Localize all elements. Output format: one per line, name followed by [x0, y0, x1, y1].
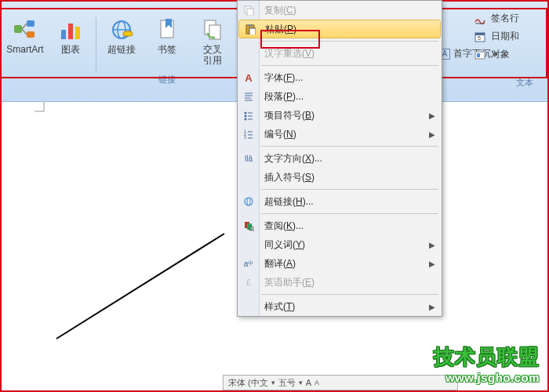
crossref-icon	[200, 17, 225, 42]
grow-font-icon[interactable]: A	[306, 378, 311, 387]
svg-point-37	[245, 112, 247, 114]
svg-text:llâ: llâ	[245, 154, 253, 163]
status-size: 五号	[278, 377, 296, 389]
link-icon	[242, 195, 255, 208]
hyperlink-icon	[109, 17, 134, 42]
svg-line-4	[22, 29, 27, 34]
svg-rect-6	[68, 24, 73, 39]
signature-button[interactable]: 签名行	[474, 9, 544, 27]
menu-text-direction[interactable]: llâ 文字方向(X)...	[238, 149, 442, 168]
submenu-arrow-icon: ▶	[429, 130, 435, 139]
menu-text-direction-label: 文字方向(X)...	[264, 152, 322, 165]
text-group-label: 文本	[516, 77, 533, 89]
chart-button[interactable]: 图表	[49, 14, 93, 58]
svg-rect-2	[27, 31, 35, 38]
menu-lookup[interactable]: 查阅(K)...	[238, 216, 442, 235]
menu-insert-symbol-label: 插入符号(S)	[264, 171, 314, 184]
object-button[interactable]: 对象	[474, 45, 544, 64]
menu-english-assistant[interactable]: £ 英语助手(E)	[238, 273, 442, 292]
menu-font[interactable]: A 字体(F)...	[238, 68, 442, 87]
signature-icon	[474, 13, 486, 25]
chart-icon	[58, 17, 83, 42]
mini-toolbar[interactable]: 宋体 (中文 ▾ 五号 ▾ A A	[223, 375, 458, 390]
menu-bullets[interactable]: 项目符号(B) ▶	[238, 106, 442, 125]
menu-numbering[interactable]: 123 编号(N) ▶	[238, 125, 442, 143]
menu-chinese-reselect[interactable]: 汉字重选(V)	[238, 44, 442, 63]
svg-rect-0	[14, 25, 22, 33]
chevron-down-icon: ▾	[271, 379, 275, 387]
svg-rect-31	[248, 24, 253, 27]
menu-paste-label: 粘贴(P)	[265, 23, 296, 36]
submenu-arrow-icon: ▶	[429, 241, 435, 249]
smartart-label: SmartArt	[6, 44, 43, 55]
menu-translate-label: 翻译(A)	[264, 257, 296, 270]
shrink-font-icon[interactable]: A	[314, 379, 319, 387]
bullets-icon	[242, 109, 255, 122]
svg-line-3	[22, 24, 27, 29]
menu-numbering-label: 编号(N)	[264, 128, 296, 141]
smartart-icon	[13, 17, 38, 42]
svg-rect-29	[247, 9, 253, 16]
svg-rect-7	[75, 27, 80, 39]
watermark-url: www.jsgho.com	[434, 371, 540, 384]
text-direction-icon: llâ	[242, 152, 255, 165]
object-icon	[474, 49, 486, 61]
menu-paste[interactable]: 粘贴(P)	[238, 20, 441, 38]
english-assistant-icon: £	[242, 276, 255, 289]
svg-text:5: 5	[478, 35, 481, 41]
paragraph-icon	[242, 90, 255, 103]
watermark: 技术员联盟 www.jsgho.com	[434, 343, 540, 384]
menu-styles[interactable]: 样式(T) ▶	[238, 297, 442, 316]
menu-paragraph-label: 段落(P)...	[264, 90, 304, 103]
object-label: 对象	[491, 48, 510, 61]
svg-point-41	[245, 118, 247, 121]
svg-rect-5	[61, 30, 66, 39]
svg-point-39	[245, 115, 247, 118]
menu-bullets-label: 项目符号(B)	[264, 109, 314, 122]
hyperlink-label: 超链接	[107, 44, 136, 55]
menu-hyperlink[interactable]: 超链接(H)...	[238, 192, 442, 211]
datetime-label: 日期和	[491, 30, 519, 43]
submenu-arrow-icon: ▶	[429, 260, 435, 268]
copy-icon	[242, 4, 255, 16]
crossref-label: 交叉 引用	[203, 44, 222, 66]
svg-rect-32	[249, 28, 256, 34]
separator	[96, 17, 96, 72]
svg-line-27	[56, 234, 224, 339]
menu-font-label: 字体(F)...	[264, 71, 303, 85]
menu-chinese-reselect-label: 汉字重选(V)	[264, 47, 314, 60]
lookup-icon	[242, 220, 255, 232]
crossref-button[interactable]: 交叉 引用	[191, 14, 235, 69]
chevron-down-icon: ▾	[299, 379, 303, 387]
watermark-title: 技术员联盟	[434, 343, 540, 371]
submenu-arrow-icon: ▶	[429, 111, 435, 120]
svg-rect-1	[27, 20, 35, 27]
menu-copy-label: 复制(C)	[264, 4, 296, 17]
menu-insert-symbol[interactable]: 插入符号(S)	[238, 168, 442, 187]
menu-synonyms-label: 同义词(Y)	[264, 238, 305, 252]
svg-line-55	[253, 230, 254, 231]
menu-copy[interactable]: 复制(C)	[238, 1, 442, 20]
bookmark-label: 书签	[158, 44, 176, 55]
svg-point-51	[247, 198, 250, 205]
menu-lookup-label: 查阅(K)...	[264, 220, 304, 233]
menu-translate[interactable]: a中 翻译(A) ▶	[238, 254, 442, 273]
signature-label: 签名行	[491, 12, 519, 25]
datetime-button[interactable]: 5 日期和	[474, 27, 544, 45]
menu-synonyms[interactable]: 同义词(Y) ▶	[238, 235, 442, 254]
smartart-button[interactable]: SmartArt	[3, 14, 47, 58]
drawn-line-shape[interactable]	[50, 227, 231, 345]
font-icon: A	[242, 71, 255, 84]
svg-point-50	[245, 198, 253, 205]
context-menu: 复制(C) 粘贴(P) 汉字重选(V) A 字体(F)... 段落(P)... …	[237, 0, 442, 317]
menu-paragraph[interactable]: 段落(P)...	[238, 87, 442, 106]
bookmark-button[interactable]: 书签	[145, 14, 189, 69]
menu-styles-label: 样式(T)	[264, 300, 295, 314]
menu-hyperlink-label: 超链接(H)...	[264, 195, 314, 209]
submenu-arrow-icon: ▶	[429, 303, 435, 311]
svg-rect-24	[477, 53, 480, 57]
menu-english-assistant-label: 英语助手(E)	[264, 276, 314, 289]
hyperlink-button[interactable]: 超链接	[100, 14, 144, 69]
svg-text:3: 3	[244, 135, 246, 140]
status-font: 宋体 (中文	[228, 377, 268, 389]
